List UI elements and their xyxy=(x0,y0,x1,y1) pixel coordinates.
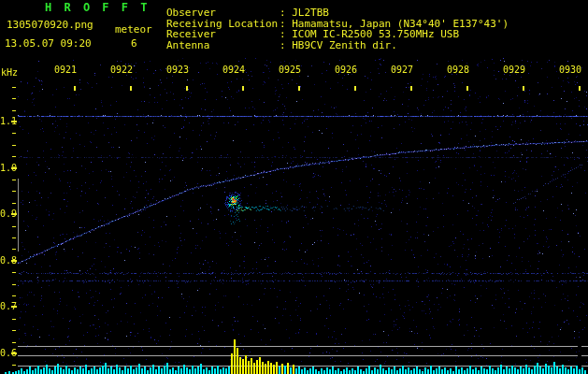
freq-label: 0.9 xyxy=(0,209,13,219)
time-label: 0923 xyxy=(166,65,189,75)
time-label: 0925 xyxy=(279,65,301,75)
time-label: 0928 xyxy=(447,65,469,75)
time-label: 0922 xyxy=(110,65,133,75)
freq-axis-unit: kHz xyxy=(1,68,18,78)
info-colon: : xyxy=(280,39,292,51)
time-label: 0921 xyxy=(54,65,77,75)
time-label: 0927 xyxy=(391,65,413,75)
time-label: 0930 xyxy=(559,65,581,75)
info-row: Antenna: HB9CV Zenith dir. xyxy=(166,40,397,50)
capture-filename: 1305070920.png xyxy=(7,20,93,30)
freq-label: 0.7 xyxy=(0,302,13,311)
freq-label: 0.8 xyxy=(0,256,13,266)
freq-label: 0.6 xyxy=(0,349,13,358)
capture-datetime: 13.05.07 09:20 xyxy=(5,38,92,49)
info-row: Receiving Location: Hamamatsu, Japan (N3… xyxy=(166,19,509,29)
echo-count: 6 xyxy=(131,38,137,49)
info-label: Observer xyxy=(166,7,280,18)
info-label: Receiving Location xyxy=(166,19,280,29)
info-label: Antenna xyxy=(166,40,280,50)
time-label: 0926 xyxy=(335,65,357,75)
freq-label: 1.0 xyxy=(0,164,13,173)
mode-label: meteor xyxy=(115,24,152,35)
spectrogram-canvas xyxy=(0,0,588,374)
time-label: 0924 xyxy=(222,65,245,75)
info-label: Receiver xyxy=(166,29,280,39)
hrofft-screen: H R O F F T 1305070920.png meteor 13.05.… xyxy=(0,0,588,374)
time-label: 0929 xyxy=(503,65,525,75)
app-title: H R O F F T xyxy=(45,2,150,13)
info-value: HB9CV Zenith dir. xyxy=(292,39,397,51)
info-row: Observer: JL2TBB xyxy=(166,7,329,18)
freq-label: 1.1 xyxy=(0,117,13,126)
info-row: Receiver: ICOM IC-R2500 53.750MHz USB xyxy=(166,29,459,39)
